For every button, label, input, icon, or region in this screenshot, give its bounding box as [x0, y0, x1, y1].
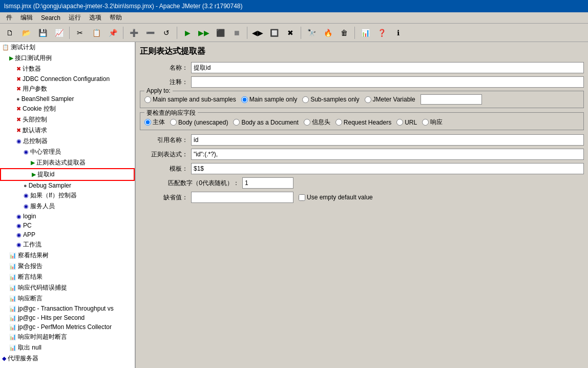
- tree-item-app[interactable]: ◉APP: [0, 230, 135, 239]
- apply-main-only[interactable]: Main sample only: [241, 96, 297, 103]
- tree-item-response-error[interactable]: 📊响应代码错误捕捉: [0, 282, 135, 293]
- tree-item-jdbc-config[interactable]: ✖JDBC Connection Configuration: [0, 74, 135, 84]
- shutdown-button[interactable]: ⏹: [229, 26, 244, 40]
- tree-item-cookie-control[interactable]: ✖Cookie 控制: [0, 104, 135, 114]
- tree-item-header-control[interactable]: ✖头部控制: [0, 114, 135, 125]
- tree-item-pc[interactable]: ◉PC: [0, 221, 135, 230]
- tree-item-beanshell-sampler[interactable]: ●BeanShell Sampler: [0, 94, 135, 104]
- menu-search[interactable]: Search: [37, 13, 65, 23]
- tree-item-user-params[interactable]: ✖用户参数: [0, 84, 135, 94]
- new-button[interactable]: 🗋: [2, 26, 17, 40]
- apply-main-only-label: Main sample only: [249, 96, 297, 103]
- tree-label-debug-sampler: Debug Sampler: [29, 182, 71, 189]
- comment-row: 注释：: [140, 76, 584, 88]
- field-check-radio-group: 主体 Body (unescaped) Body as a Document 信…: [144, 116, 579, 127]
- apply-main-sub[interactable]: Main sample and sub-samples: [144, 96, 236, 103]
- tree-label-response-timeout: 响应时间超时断言: [18, 333, 67, 341]
- tree-item-test-plan[interactable]: 📋测试计划: [0, 42, 135, 53]
- tree-item-general-controller[interactable]: ◉总控制器: [0, 136, 135, 147]
- field-url[interactable]: URL: [396, 119, 417, 126]
- field-info-header[interactable]: 信息头: [304, 118, 330, 127]
- field-request-headers[interactable]: Request Headers: [335, 119, 391, 126]
- field-body-unescaped[interactable]: Body (unescaped): [170, 119, 228, 126]
- analyze-button[interactable]: 🔭: [304, 26, 319, 40]
- menu-file[interactable]: 件: [2, 12, 16, 23]
- apply-sub-only[interactable]: Sub-samples only: [302, 96, 359, 103]
- help-button[interactable]: ❓: [374, 26, 389, 40]
- menu-edit[interactable]: 编辑: [16, 12, 37, 23]
- clear-button[interactable]: 🔥: [320, 26, 335, 40]
- match-no-input[interactable]: [242, 177, 293, 189]
- tree-item-extract-null[interactable]: 📊取出 null: [0, 342, 135, 353]
- regex-input[interactable]: [191, 149, 584, 160]
- jmeter-variable-input[interactable]: [421, 94, 482, 105]
- save-as-button[interactable]: 📈: [51, 26, 67, 40]
- function-helper-button[interactable]: 📊: [358, 26, 373, 40]
- tree-item-response-assert[interactable]: 📊响应断言: [0, 293, 135, 304]
- apply-jmeter-var[interactable]: JMeter Variable: [365, 96, 415, 103]
- tree-label-jdbc-config: JDBC Connection Configuration: [23, 75, 110, 83]
- use-empty-checkbox[interactable]: [299, 194, 305, 201]
- tree-item-aggregate-report[interactable]: 📊聚合报告: [0, 261, 135, 272]
- stop-button[interactable]: ⬛: [213, 26, 228, 40]
- remote-stop-button[interactable]: 🔲: [266, 26, 282, 40]
- menu-options[interactable]: 选项: [85, 12, 106, 23]
- menu-run[interactable]: 运行: [65, 12, 85, 23]
- field-response[interactable]: 响应: [422, 118, 443, 127]
- tree-item-regex-extractor[interactable]: ▶正则表达式提取器: [0, 157, 135, 168]
- tree-item-counter[interactable]: ✖计数器: [0, 64, 135, 74]
- default-row: 缺省值： Use empty default value: [140, 192, 584, 203]
- tree-item-response-timeout[interactable]: 📊响应时间超时断言: [0, 332, 135, 342]
- toolbar: 🗋 📂 💾 📈 ✂ 📋 📌 ➕ ➖ ↺ ▶ ▶▶ ⬛ ⏹ ◀▶ 🔲 ✖ 🔭 🔥 …: [0, 24, 588, 42]
- tree-item-jp-hits[interactable]: 📊jp@gc - Hits per Second: [0, 313, 135, 322]
- collapse-button[interactable]: ➖: [142, 26, 158, 40]
- tree-item-service-person[interactable]: ◉服务人员: [0, 201, 135, 212]
- tree-item-login[interactable]: ◉login: [0, 212, 135, 221]
- tree-label-extract-id: 提取id: [37, 170, 54, 179]
- save-button[interactable]: 💾: [35, 26, 50, 40]
- tree-item-proxy-server[interactable]: ◆代理服务器: [0, 353, 135, 364]
- tree-item-interface-test[interactable]: ▶接口测试用例: [0, 53, 135, 64]
- tree-item-jp-perfmon[interactable]: 📊jp@gc - PerfMon Metrics Collector: [0, 322, 135, 332]
- field-body-doc[interactable]: Body as a Document: [233, 119, 298, 126]
- tree-label-aggregate-report: 聚合报告: [18, 262, 43, 271]
- toggle-button[interactable]: ↺: [159, 26, 174, 40]
- default-input[interactable]: [191, 192, 293, 203]
- tree-item-workflow[interactable]: ◉工作流: [0, 239, 135, 250]
- field-body[interactable]: 主体: [144, 118, 165, 127]
- tree-item-default-request[interactable]: ✖默认请求: [0, 125, 135, 136]
- use-empty-checkbox-label[interactable]: Use empty default value: [299, 194, 373, 201]
- tree-item-debug-sampler[interactable]: ●Debug Sampler: [0, 181, 135, 190]
- tree-item-view-results-tree[interactable]: 📊察看结果树: [0, 250, 135, 261]
- clear-all-button[interactable]: 🗑: [337, 26, 352, 40]
- field-request-headers-label: Request Headers: [344, 119, 391, 126]
- tree-item-admin[interactable]: ◉中心管理员: [0, 147, 135, 157]
- sep2: [123, 27, 123, 39]
- expand-button[interactable]: ➕: [126, 26, 141, 40]
- tree-item-extract-id[interactable]: ▶提取id: [0, 168, 135, 181]
- open-button[interactable]: 📂: [18, 26, 34, 40]
- menu-help[interactable]: 帮助: [106, 12, 126, 23]
- ref-name-input[interactable]: [191, 134, 584, 146]
- cut-button[interactable]: ✂: [72, 26, 88, 40]
- paste-button[interactable]: 📌: [105, 26, 120, 40]
- start-button[interactable]: ▶: [180, 26, 195, 40]
- sep3: [177, 27, 177, 39]
- tree-label-view-results-tree: 察看结果树: [18, 251, 49, 260]
- tree-label-summary-results: 断言结果: [18, 273, 43, 281]
- tree-item-summary-results[interactable]: 📊断言结果: [0, 272, 135, 282]
- start-no-pause-button[interactable]: ▶▶: [196, 26, 212, 40]
- copy-button[interactable]: 📋: [89, 26, 104, 40]
- tree-item-jp-throughput[interactable]: 📊jp@gc - Transaction Throughput vs: [0, 304, 135, 313]
- tree-label-workflow: 工作流: [23, 240, 41, 249]
- tree-item-if-controller[interactable]: ◉如果（If）控制器: [0, 190, 135, 201]
- name-input[interactable]: [191, 62, 584, 73]
- comment-input[interactable]: [191, 76, 584, 88]
- remote-exit-button[interactable]: ✖: [283, 26, 298, 40]
- template-input[interactable]: [191, 163, 584, 174]
- remote-start-button[interactable]: ◀▶: [250, 26, 265, 40]
- apply-to-group: Apply to: Main sample and sub-samples Ma…: [140, 91, 584, 108]
- apply-main-sub-label: Main sample and sub-samples: [153, 96, 236, 103]
- tree-label-response-assert: 响应断言: [18, 294, 43, 303]
- info-button[interactable]: ℹ: [390, 26, 406, 40]
